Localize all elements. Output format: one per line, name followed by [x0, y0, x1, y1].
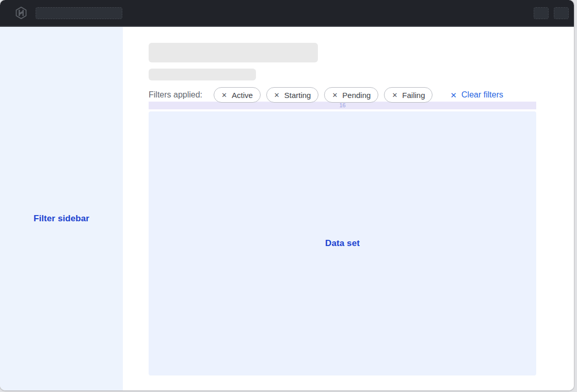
clear-filters-link[interactable]: ✕ Clear filters — [450, 90, 503, 100]
filter-sidebar: Filter sidebar — [0, 27, 123, 390]
clear-filters-label: Clear filters — [461, 90, 503, 100]
content-container: Filters applied: ✕ Active ✕ Starting ✕ P — [149, 43, 536, 375]
app-body: Filter sidebar Filters applied: ✕ Active… — [0, 27, 574, 390]
header-action-placeholder-1[interactable] — [534, 7, 549, 19]
app-header — [0, 0, 574, 27]
main-content: Filters applied: ✕ Active ✕ Starting ✕ P — [123, 27, 574, 390]
filter-chip-label: Failing — [402, 91, 425, 100]
app-window: Filter sidebar Filters applied: ✕ Active… — [0, 0, 574, 390]
header-action-placeholder-2[interactable] — [554, 7, 569, 19]
dismiss-icon: ✕ — [274, 92, 280, 99]
dismiss-icon: ✕ — [332, 92, 338, 99]
filter-chip-starting[interactable]: ✕ Starting — [266, 87, 319, 103]
spacing-measure-value: 16 — [339, 102, 345, 109]
data-set-label: Data set — [325, 238, 360, 249]
filter-sidebar-label: Filter sidebar — [34, 214, 89, 224]
search-placeholder[interactable] — [36, 7, 122, 19]
filter-chip-list: ✕ Active ✕ Starting ✕ Pending ✕ — [214, 87, 432, 103]
filters-applied-row: Filters applied: ✕ Active ✕ Starting ✕ P — [149, 87, 536, 103]
filters-applied-label: Filters applied: — [149, 90, 202, 100]
filter-chip-active[interactable]: ✕ Active — [214, 87, 261, 103]
page-title-placeholder — [149, 43, 318, 62]
clear-filters-x-icon: ✕ — [450, 91, 457, 99]
filter-chip-label: Pending — [342, 91, 371, 100]
spacing-measure-bar: 16 — [149, 102, 536, 109]
dismiss-icon: ✕ — [221, 92, 227, 99]
filter-chip-label: Active — [232, 91, 253, 100]
dismiss-icon: ✕ — [392, 92, 397, 99]
filter-chip-failing[interactable]: ✕ Failing — [384, 87, 432, 103]
filter-chip-pending[interactable]: ✕ Pending — [324, 87, 378, 103]
hashicorp-logo-icon — [14, 6, 28, 20]
page-subtitle-placeholder — [149, 69, 256, 80]
data-set-region: Data set — [149, 111, 536, 375]
filter-chip-label: Starting — [284, 91, 311, 100]
